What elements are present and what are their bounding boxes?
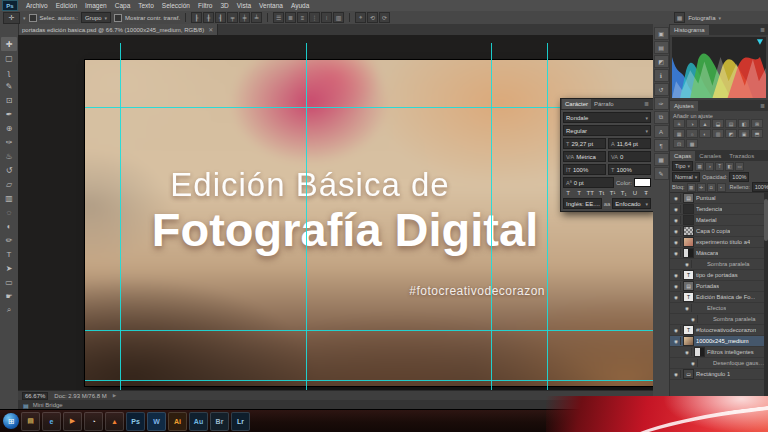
adjustment-icon[interactable]: ⬒ <box>751 129 763 138</box>
lasso-tool[interactable]: ʅ <box>1 65 17 79</box>
lock-icon[interactable]: ✛ <box>697 183 706 192</box>
layer-filter-icon[interactable]: T <box>715 162 724 171</box>
layer-name[interactable]: Desenfoque gaussiano <box>713 360 766 366</box>
layer-filter-icon[interactable]: ▭ <box>735 162 744 171</box>
vertical-scale-field[interactable]: İT 100% <box>563 164 606 175</box>
guide-vertical[interactable] <box>306 43 307 391</box>
layers-panel-tab[interactable]: Trazados <box>725 151 758 161</box>
layer-row[interactable]: T Edición Básica de Fo... <box>670 292 768 303</box>
internet-explorer-icon[interactable]: e <box>42 412 61 431</box>
notes-panel-icon[interactable]: ✎ <box>654 167 669 180</box>
text-color-swatch[interactable] <box>634 178 651 187</box>
layer-row[interactable]: Material <box>670 215 768 226</box>
tracking-field[interactable]: VA 0 <box>608 151 651 162</box>
menu-item[interactable]: Ayuda <box>287 2 313 9</box>
word-icon[interactable]: W <box>147 412 166 431</box>
menu-item[interactable]: 3D <box>216 2 232 9</box>
distribute-icon[interactable]: ⋮ <box>309 12 320 23</box>
layer-row[interactable]: Sombra paralela <box>670 259 768 270</box>
clone-stamp-tool[interactable]: ♨ <box>1 149 17 163</box>
layer-name[interactable]: Máscara <box>696 250 718 256</box>
workspace-icon[interactable]: ▦ <box>674 12 685 23</box>
faux-style-icon[interactable]: T¹ <box>609 190 617 196</box>
type-tool[interactable]: T <box>1 247 17 261</box>
adjustment-icon[interactable]: ◑ <box>686 119 698 128</box>
vlc-icon[interactable]: ▲ <box>105 412 124 431</box>
layer-visibility-icon[interactable] <box>672 326 681 334</box>
font-style-dropdown[interactable]: Regular ▾ <box>563 125 651 136</box>
illustrator-icon[interactable]: Ai <box>168 412 187 431</box>
layer-row[interactable]: Tendencia <box>670 204 768 215</box>
layer-row[interactable]: ▤ Puntual <box>670 193 768 204</box>
bridge-icon[interactable]: Br <box>210 412 229 431</box>
adjustment-icon[interactable]: ◩ <box>725 129 737 138</box>
layer-row[interactable]: 10000x245_medium <box>670 336 768 347</box>
layer-visibility-icon[interactable] <box>689 315 698 323</box>
adjustment-icon[interactable]: ▲ <box>699 119 711 128</box>
menu-item[interactable]: Selección <box>158 2 194 9</box>
align-icon[interactable]: ┨ <box>215 12 226 23</box>
color-panel-icon[interactable]: ▣ <box>654 27 669 40</box>
horizontal-scale-field[interactable]: T 100% <box>608 164 651 175</box>
zoom-level-field[interactable]: 66.67% <box>22 392 48 400</box>
layer-name[interactable]: Efectos <box>707 305 726 311</box>
layer-row[interactable]: Sombra paralela <box>670 314 768 325</box>
tab-histogram[interactable]: Histograma <box>670 25 709 35</box>
faux-style-icon[interactable]: T₁ <box>620 190 628 196</box>
lock-icon[interactable]: ▦ <box>687 183 696 192</box>
guide-vertical[interactable] <box>547 43 548 391</box>
layers-scrollbar[interactable] <box>764 193 768 398</box>
layer-thumbnail[interactable] <box>694 347 705 357</box>
menu-item[interactable]: Vista <box>233 2 255 9</box>
layer-name[interactable]: Filtros inteligentes <box>707 349 754 355</box>
layer-name[interactable]: Material <box>696 217 717 223</box>
adjustment-icon[interactable]: ▦ <box>673 129 685 138</box>
guide-horizontal[interactable] <box>85 380 653 381</box>
adjustment-icon[interactable]: ⬓ <box>712 119 724 128</box>
menu-item[interactable]: Edición <box>52 2 81 9</box>
audition-icon[interactable]: Au <box>189 412 208 431</box>
layer-row[interactable]: Máscara <box>670 248 768 259</box>
menu-item[interactable]: Capa <box>111 2 135 9</box>
crop-tool[interactable]: ⊡ <box>1 93 17 107</box>
layer-filter-icon[interactable]: ◧ <box>725 162 734 171</box>
distribute-icon[interactable]: ⁞ <box>321 12 332 23</box>
panel-menu-icon[interactable]: ≣ <box>644 100 651 107</box>
layer-visibility-icon[interactable] <box>672 370 681 378</box>
layer-visibility-icon[interactable] <box>672 205 681 213</box>
eraser-tool[interactable]: ▱ <box>1 177 17 191</box>
layer-visibility-icon[interactable] <box>689 359 698 367</box>
layer-visibility-icon[interactable] <box>672 227 681 235</box>
menu-item[interactable]: Imagen <box>81 2 111 9</box>
layers-panel-tab[interactable]: Canales <box>695 151 725 161</box>
menu-item[interactable]: Filtro <box>194 2 216 9</box>
layer-visibility-icon[interactable] <box>672 293 681 301</box>
adjustment-icon[interactable]: ◧ <box>738 119 750 128</box>
adjustment-icon[interactable]: ⊞ <box>751 119 763 128</box>
faux-style-icon[interactable]: TT <box>586 190 594 196</box>
layer-thumbnail[interactable]: T <box>683 270 694 280</box>
layer-thumbnail[interactable]: T <box>683 292 694 302</box>
styles-panel-icon[interactable]: ◩ <box>654 55 669 68</box>
layer-row[interactable]: Efectos <box>670 303 768 314</box>
align-icon[interactable]: ┿ <box>239 12 250 23</box>
character-panel-tab[interactable]: Carácter <box>562 99 591 109</box>
faux-style-icon[interactable]: U <box>631 190 639 196</box>
blur-tool[interactable]: ◌ <box>1 205 17 219</box>
layer-name[interactable]: Capa 0 copia <box>696 228 730 234</box>
start-button[interactable]: ⊞ <box>3 413 19 429</box>
healing-brush-tool[interactable]: ⊕ <box>1 121 17 135</box>
layer-name[interactable]: experimento título a4 <box>696 239 750 245</box>
shape-tool[interactable]: ▭ <box>1 275 17 289</box>
adjustment-icon[interactable]: ☀ <box>673 119 685 128</box>
media-player-icon[interactable]: ▶ <box>63 412 82 431</box>
explorer-icon[interactable]: ▤ <box>21 412 40 431</box>
layer-name[interactable]: Sombra paralela <box>707 261 750 267</box>
menu-item[interactable]: Texto <box>134 2 158 9</box>
baseline-shift-field[interactable]: Aª 0 pt <box>563 177 614 188</box>
layer-visibility-icon[interactable] <box>672 216 681 224</box>
pen-tool[interactable]: ✏ <box>1 233 17 247</box>
tab-adjustments[interactable]: Ajustes <box>670 101 698 111</box>
layer-visibility-icon[interactable] <box>672 238 681 246</box>
distribute-icon[interactable]: ▥ <box>333 12 344 23</box>
